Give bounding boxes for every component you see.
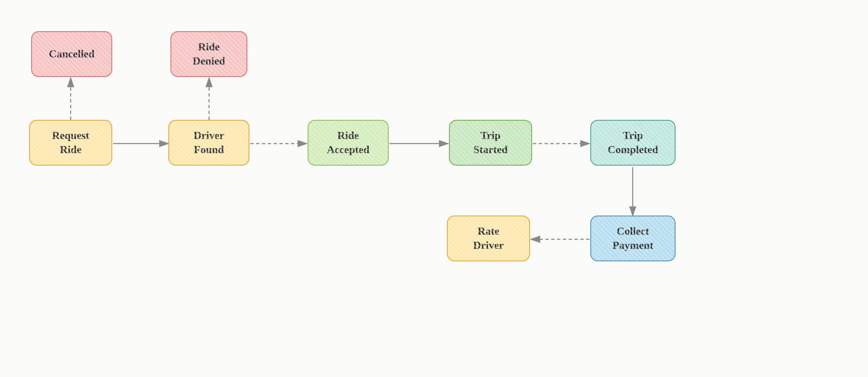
- node-request-ride-label: RequestRide: [52, 129, 89, 157]
- node-rate-driver: RateDriver: [447, 216, 530, 261]
- node-ride-accepted-label: RideAccepted: [327, 129, 370, 157]
- node-rate-driver-label: RateDriver: [473, 224, 504, 253]
- node-cancelled-label: Cancelled: [49, 47, 95, 61]
- node-trip-started: TripStarted: [449, 120, 532, 166]
- node-trip-completed-label: TripCompleted: [608, 129, 658, 157]
- diagram-canvas: Cancelled RideDenied RequestRide DriverF…: [0, 0, 868, 377]
- node-collect-payment: CollectPayment: [590, 216, 676, 261]
- node-ride-denied-label: RideDenied: [193, 40, 225, 68]
- node-driver-found-label: DriverFound: [194, 129, 224, 157]
- node-trip-completed: TripCompleted: [590, 120, 676, 166]
- node-driver-found: DriverFound: [168, 120, 249, 166]
- arrows-svg: [0, 0, 868, 377]
- node-ride-denied: RideDenied: [170, 31, 247, 77]
- node-collect-payment-label: CollectPayment: [612, 224, 653, 253]
- node-request-ride: RequestRide: [29, 120, 112, 166]
- node-cancelled: Cancelled: [31, 31, 112, 77]
- node-trip-started-label: TripStarted: [473, 129, 508, 157]
- node-ride-accepted: RideAccepted: [308, 120, 389, 166]
